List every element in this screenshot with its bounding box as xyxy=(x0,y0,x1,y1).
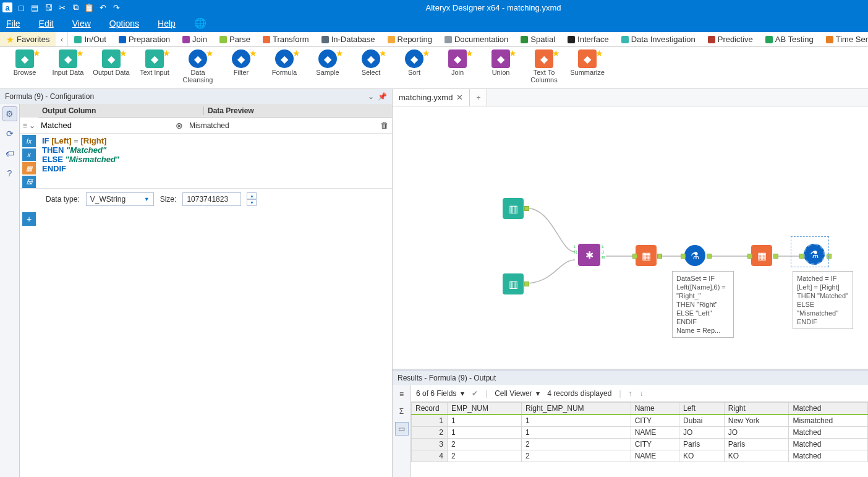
cat-documentation[interactable]: Documentation xyxy=(438,35,514,44)
cat-data-investigation[interactable]: Data Investigation xyxy=(615,35,702,44)
tool-browse[interactable]: ★◆Browse xyxy=(6,49,43,76)
table-row[interactable]: 422NAMEKOKOMatched xyxy=(412,450,868,462)
dropdown-icon[interactable]: ⌄ xyxy=(368,92,374,101)
datatype-select[interactable]: V_WString▼ xyxy=(86,192,154,206)
columns-icon[interactable]: ▦ xyxy=(22,162,36,174)
results-table[interactable]: RecordEMP_NUMRight_EMP_NUMNameLeftRightM… xyxy=(411,402,868,477)
cat-scroll-left[interactable]: ‹ xyxy=(56,32,68,46)
fields-dropdown[interactable]: 6 of 6 Fields ▾ xyxy=(416,389,464,398)
close-icon[interactable]: ✕ xyxy=(456,93,463,102)
col-matched[interactable]: Matched xyxy=(789,403,868,415)
table-row[interactable]: 211NAMEJOJOMatched xyxy=(412,427,868,439)
tool-label: Summarize xyxy=(570,69,605,76)
cat-ab-testing[interactable]: AB Testing xyxy=(759,35,820,44)
cell-viewer-dropdown[interactable]: Cell Viewer ▾ xyxy=(495,389,540,398)
wf-formula-1[interactable]: ⚗ xyxy=(684,245,705,266)
tool-summarize[interactable]: ★◆Summarize xyxy=(569,49,606,76)
tool-select[interactable]: ★◆Select xyxy=(352,49,389,76)
new-tab-button[interactable]: + xyxy=(470,89,487,106)
summary-icon[interactable]: Σ xyxy=(395,405,409,418)
workflow-canvas[interactable]: ▥ ▥ ✱ LR LJR ▦ ⚗ ▦ ⚗ DataSet = IF Left([… xyxy=(393,106,868,369)
tool-sample[interactable]: ★◆Sample xyxy=(309,49,346,76)
menu-options[interactable]: Options xyxy=(109,19,139,29)
messages-icon[interactable]: ≡ xyxy=(395,387,409,401)
row-handle[interactable]: ≡ ⌄ xyxy=(20,121,38,130)
tab-matching[interactable]: matching.yxmd ✕ xyxy=(393,89,470,106)
tool-formula[interactable]: ★◆Formula xyxy=(266,49,303,76)
var-icon[interactable]: x xyxy=(22,148,36,161)
cat-reporting[interactable]: Reporting xyxy=(381,35,438,44)
paste-icon[interactable]: 📋 xyxy=(84,2,94,12)
check-icon[interactable]: ✔ xyxy=(472,389,478,398)
wf-transpose-2[interactable]: ▦ xyxy=(751,245,772,266)
col-record[interactable]: Record xyxy=(412,403,448,415)
next-icon[interactable]: ↓ xyxy=(640,389,644,398)
cat-in-database[interactable]: In-Database xyxy=(315,35,381,44)
col-name[interactable]: Name xyxy=(631,403,679,415)
tool-filter[interactable]: ★◆Filter xyxy=(223,49,260,76)
tool-input-data[interactable]: ★◆Input Data xyxy=(49,49,87,76)
cat-transform[interactable]: Transform xyxy=(257,35,315,44)
cat-interface[interactable]: Interface xyxy=(561,35,615,44)
cat-spatial[interactable]: Spatial xyxy=(514,35,561,44)
help-icon[interactable]: ? xyxy=(2,166,17,181)
wf-input-2[interactable]: ▥ xyxy=(503,273,524,294)
formula-editor[interactable]: IF [Left] = [Right] THEN "Matched" ELSE … xyxy=(38,134,392,188)
col-right_emp_num[interactable]: Right_EMP_NUM xyxy=(521,403,631,415)
cat-favorites[interactable]: ★Favorites xyxy=(0,32,56,46)
delete-icon[interactable]: 🗑 xyxy=(376,121,392,130)
col-right[interactable]: Right xyxy=(724,403,789,415)
col-emp_num[interactable]: EMP_NUM xyxy=(448,403,522,415)
cat-time-series[interactable]: Time Series xyxy=(820,35,868,44)
tool-data-cleansing[interactable]: ★◆Data Cleansing xyxy=(179,49,216,84)
open-icon[interactable]: ▤ xyxy=(30,2,40,12)
copy-icon[interactable]: ⧉ xyxy=(70,2,80,12)
save-formula-icon[interactable]: 🖫 xyxy=(22,176,36,188)
redo-icon[interactable]: ↷ xyxy=(111,2,121,12)
anchor-icon[interactable]: ⟳ xyxy=(2,126,17,141)
undo-icon[interactable]: ↶ xyxy=(98,2,108,12)
output-column-input[interactable] xyxy=(41,121,176,130)
wf-input-1[interactable]: ▥ xyxy=(503,198,524,219)
tool-union[interactable]: ★◆Union xyxy=(482,49,519,76)
tool-output-data[interactable]: ★◆Output Data xyxy=(93,49,130,76)
menu-globe-icon[interactable]: 🌐 xyxy=(194,17,206,30)
menu-file[interactable]: File xyxy=(6,19,20,29)
fx-icon[interactable]: fx xyxy=(22,135,36,147)
menu-edit[interactable]: Edit xyxy=(39,19,54,29)
document-tabs: matching.yxmd ✕ + xyxy=(393,89,868,106)
size-input[interactable]: 1073741823 xyxy=(182,192,241,206)
data-icon[interactable]: ▭ xyxy=(395,422,409,436)
size-up[interactable]: ▲ xyxy=(247,192,257,199)
add-expression-button[interactable]: + xyxy=(22,212,36,226)
tool-sort[interactable]: ★◆Sort xyxy=(396,49,433,76)
prev-icon[interactable]: ↑ xyxy=(629,389,632,398)
tool-text-to-columns[interactable]: ★◆Text To Columns xyxy=(525,49,563,84)
tool-join[interactable]: ★◆Join xyxy=(439,49,476,76)
menu-view[interactable]: View xyxy=(72,19,91,29)
cat-preparation[interactable]: Preparation xyxy=(113,35,176,44)
cat-glyph-icon xyxy=(388,36,395,43)
cat-predictive[interactable]: Predictive xyxy=(702,35,759,44)
cut-icon[interactable]: ✂ xyxy=(57,2,67,12)
table-row[interactable]: 322CITYParisParisMatched xyxy=(412,439,868,450)
cat-parse[interactable]: Parse xyxy=(213,35,257,44)
tool-text-input[interactable]: ★◆Text Input xyxy=(136,49,173,76)
wf-transpose-1[interactable]: ▦ xyxy=(636,245,657,266)
tool-icon: ◆ xyxy=(491,49,510,68)
wf-formula-2-selected[interactable]: ⚗ xyxy=(804,244,825,265)
cat-in/out[interactable]: In/Out xyxy=(68,35,112,44)
cat-join[interactable]: Join xyxy=(176,35,213,44)
menu-help[interactable]: Help xyxy=(158,19,176,29)
size-down[interactable]: ▼ xyxy=(247,199,257,206)
table-row[interactable]: 111CITYDubaiNew YorkMismatched xyxy=(412,415,868,427)
cat-glyph-icon xyxy=(521,36,528,43)
wf-join[interactable]: ✱ xyxy=(578,244,600,266)
gear-icon[interactable]: ⚙ xyxy=(2,106,17,121)
new-icon[interactable]: ◻ xyxy=(16,2,26,12)
save-icon[interactable]: 🖫 xyxy=(43,2,53,12)
col-left[interactable]: Left xyxy=(679,403,724,415)
tag-icon[interactable]: 🏷 xyxy=(2,146,17,161)
pin-icon[interactable]: 📌 xyxy=(378,92,387,101)
clear-icon[interactable]: ⊗ xyxy=(176,121,183,131)
